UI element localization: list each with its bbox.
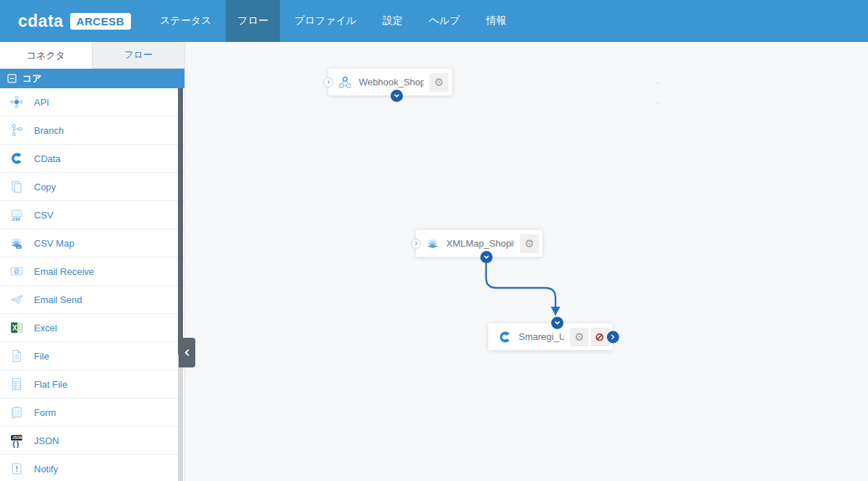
sidebar-item-api[interactable]: API bbox=[0, 88, 184, 116]
sidebar-item-label: Excel bbox=[34, 323, 57, 333]
sidebar-item-email-receive[interactable]: @ Email Receive bbox=[0, 257, 184, 286]
svg-text:JSON: JSON bbox=[12, 435, 22, 440]
node-input-port[interactable] bbox=[411, 239, 421, 249]
disable-icon: ⊘ bbox=[595, 331, 605, 342]
nav-flow[interactable]: フロー bbox=[226, 0, 280, 42]
sidebar-item-file[interactable]: File bbox=[0, 342, 184, 370]
sidebar-item-label: Copy bbox=[34, 182, 56, 192]
api-icon bbox=[9, 94, 25, 110]
flow-node-smaregi[interactable]: Smaregi_Ups... ⚙ ⊘ bbox=[488, 323, 613, 350]
sidebar-scrollbar-thumb[interactable] bbox=[178, 88, 183, 354]
flow-canvas[interactable]: Webhook_Shopify ⚙ XMLMap_Shopify... ⚙ Sm… bbox=[185, 42, 868, 481]
sidebar-item-flat-file[interactable]: Flat File bbox=[0, 370, 184, 399]
sidebar-item-label: File bbox=[34, 351, 49, 362]
node-input-port[interactable] bbox=[323, 77, 333, 88]
nav-settings[interactable]: 設定 bbox=[371, 0, 414, 42]
node-output-port[interactable] bbox=[607, 331, 619, 343]
node-output-port[interactable] bbox=[391, 90, 403, 102]
sidebar-item-label: JSON bbox=[34, 435, 59, 446]
core-section-label: コア bbox=[22, 72, 42, 85]
svg-text:!: ! bbox=[15, 465, 17, 473]
chevron-right-icon bbox=[610, 333, 616, 340]
json-icon: JSON{ } bbox=[9, 433, 25, 448]
gear-icon: ⚙ bbox=[574, 331, 584, 342]
tab-connectors[interactable]: コネクタ bbox=[0, 42, 92, 69]
svg-text:@: @ bbox=[14, 268, 20, 275]
node-settings-button[interactable]: ⚙ bbox=[430, 73, 448, 92]
sidebar-item-label: Email Receive bbox=[34, 266, 94, 277]
notify-icon: ! bbox=[9, 461, 25, 477]
excel-icon: X bbox=[9, 320, 25, 336]
node-output-port[interactable] bbox=[480, 251, 493, 263]
xml-map-icon bbox=[425, 236, 441, 252]
nav-profile[interactable]: プロファイル bbox=[283, 0, 368, 42]
node-settings-button[interactable]: ⚙ bbox=[570, 328, 589, 346]
nav-info[interactable]: 情報 bbox=[475, 0, 518, 42]
sidebar-item-label: Form bbox=[34, 407, 56, 418]
sidebar-item-csv-map[interactable]: csv CSV Map bbox=[0, 229, 184, 257]
flat-file-icon bbox=[9, 376, 25, 392]
main-nav: ステータス フロー プロファイル 設定 ヘルプ 情報 bbox=[147, 0, 519, 42]
cdata-icon bbox=[9, 150, 25, 166]
gear-icon: ⚙ bbox=[524, 238, 534, 249]
svg-text:{ }: { } bbox=[12, 440, 20, 448]
email-receive-icon: @ bbox=[9, 263, 25, 279]
node-input-port-connected[interactable] bbox=[551, 317, 563, 329]
connector-list: API Branch CData Copy .csv CSV bbox=[0, 88, 184, 481]
node-label: XMLMap_Shopify... bbox=[446, 238, 514, 249]
sidebar-item-label: API bbox=[34, 97, 49, 108]
sidebar-item-label: Flat File bbox=[34, 379, 67, 390]
chevron-down-icon bbox=[483, 254, 490, 260]
nav-status[interactable]: ステータス bbox=[148, 0, 223, 42]
canvas-grid-dot bbox=[657, 102, 659, 104]
sidebar-item-label: Email Send bbox=[34, 294, 82, 305]
sidebar-item-csv[interactable]: .csv CSV bbox=[0, 201, 184, 229]
webhook-icon bbox=[337, 75, 353, 90]
top-nav-bar: cdata ARCESB ステータス フロー プロファイル 設定 ヘルプ 情報 bbox=[0, 0, 868, 42]
flow-node-xmlmap[interactable]: XMLMap_Shopify... ⚙ bbox=[416, 230, 542, 257]
sidebar-item-copy[interactable]: Copy bbox=[0, 173, 184, 201]
svg-text:.csv: .csv bbox=[12, 216, 21, 221]
sidebar-tabs: コネクタ フロー bbox=[0, 42, 184, 69]
connector-sidebar: コネクタ フロー コア API Branch CData bbox=[0, 42, 185, 481]
chevron-right-icon bbox=[414, 241, 419, 246]
flow-node-webhook[interactable]: Webhook_Shopify ⚙ bbox=[328, 69, 452, 95]
chevron-down-icon bbox=[393, 93, 400, 99]
sidebar-item-label: CData bbox=[34, 153, 61, 164]
csv-icon: .csv bbox=[9, 207, 25, 223]
file-icon bbox=[9, 348, 25, 364]
copy-icon bbox=[9, 179, 25, 195]
sidebar-item-email-send[interactable]: Email Send bbox=[0, 286, 184, 314]
canvas-grid-dot bbox=[657, 82, 659, 84]
node-settings-button[interactable]: ⚙ bbox=[520, 234, 539, 253]
csv-map-icon: csv bbox=[9, 235, 25, 251]
flow-connection-xmlmap-to-smaregi bbox=[185, 42, 868, 481]
chevron-right-icon bbox=[326, 80, 331, 85]
form-icon bbox=[9, 404, 25, 420]
gear-icon: ⚙ bbox=[434, 77, 443, 88]
email-send-icon bbox=[9, 291, 25, 307]
nav-help[interactable]: ヘルプ bbox=[417, 0, 472, 42]
sidebar-item-label: Notify bbox=[34, 464, 58, 474]
sidebar-item-branch[interactable]: Branch bbox=[0, 116, 184, 145]
sidebar-item-label: CSV bbox=[34, 210, 54, 221]
sidebar-item-cdata[interactable]: CData bbox=[0, 145, 184, 173]
sidebar-item-label: Branch bbox=[34, 125, 64, 136]
arcesb-logo-badge: ARCESB bbox=[70, 13, 131, 30]
sidebar-item-json[interactable]: JSON{ } JSON bbox=[0, 427, 184, 455]
svg-text:csv: csv bbox=[17, 246, 21, 249]
core-section-header[interactable]: コア bbox=[0, 69, 184, 88]
sidebar-collapse-handle[interactable] bbox=[179, 338, 195, 367]
svg-text:X: X bbox=[12, 324, 17, 332]
section-collapse-icon bbox=[7, 74, 17, 83]
tab-flows[interactable]: フロー bbox=[92, 42, 184, 69]
branch-icon bbox=[9, 122, 25, 138]
chevron-down-icon bbox=[554, 320, 561, 326]
chevron-left-icon bbox=[184, 349, 190, 357]
cdata-logo[interactable]: cdata ARCESB bbox=[18, 0, 147, 42]
sidebar-item-form[interactable]: Form bbox=[0, 399, 184, 427]
sidebar-item-excel[interactable]: X Excel bbox=[0, 314, 184, 342]
sidebar-item-notify[interactable]: ! Notify bbox=[0, 455, 184, 481]
node-label: Webhook_Shopify bbox=[359, 77, 424, 88]
cdata-logo-text: cdata bbox=[18, 12, 64, 31]
